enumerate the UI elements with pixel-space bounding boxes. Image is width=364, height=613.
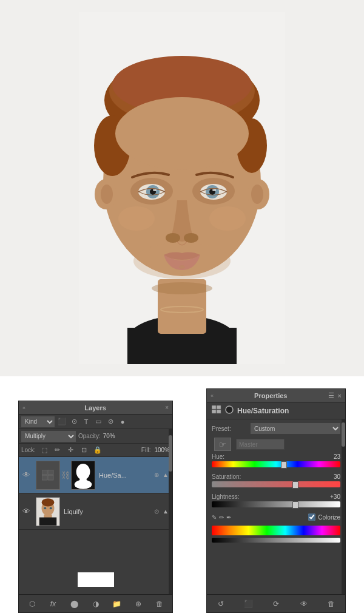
gray-gradient-strip <box>212 538 340 543</box>
svg-point-40 <box>75 479 92 489</box>
svg-point-38 <box>76 464 90 480</box>
eyedropper-subtract-icon[interactable]: ✏ <box>219 514 224 521</box>
delete-layer-icon[interactable]: 🗑 <box>155 599 164 609</box>
blend-mode-select[interactable]: Multiply <box>21 431 76 442</box>
hue-sat-grid-icon <box>212 405 221 416</box>
hue-slider-thumb[interactable] <box>281 461 287 469</box>
svg-point-15 <box>115 97 249 170</box>
prop-delete-icon[interactable]: 🗑 <box>326 599 336 609</box>
saturation-slider-container: Saturation: 30 <box>212 473 340 489</box>
layer-up-arrow: ▲ <box>163 508 169 515</box>
prop-visibility-icon[interactable]: 👁 <box>299 599 309 609</box>
properties-bottom-toolbar: ↺ ⬛ ⟳ 👁 🗑 <box>207 594 345 612</box>
shape-filter-icon[interactable]: ▭ <box>93 417 103 427</box>
properties-panel: « Properties ☰ × Hue/Sa <box>206 388 346 613</box>
prop-history-icon[interactable]: ⟳ <box>271 599 281 609</box>
colorize-checkbox[interactable] <box>308 513 315 521</box>
colorize-row: Colorize <box>308 513 340 521</box>
layer-visibility-hue[interactable]: 👁 <box>22 470 32 479</box>
svg-point-26 <box>166 233 180 243</box>
hue-slider-container: Hue: 23 <box>212 453 340 469</box>
layers-panel: « Layers × Kind ⬛ ⊙ T ▭ ⊘ ● Multiply Opa… <box>18 401 173 613</box>
color-spectrum-strip <box>212 526 340 535</box>
fx-icon[interactable]: fx <box>49 599 58 609</box>
layers-scrollbar[interactable] <box>169 429 172 594</box>
lightness-slider-track[interactable] <box>212 501 340 509</box>
layers-collapse-icon[interactable]: « <box>22 405 25 411</box>
svg-point-27 <box>184 233 198 243</box>
svg-point-25 <box>212 189 216 191</box>
lightness-slider-thumb[interactable] <box>292 501 298 509</box>
properties-menu-icon[interactable]: ☰ <box>328 391 334 399</box>
svg-rect-33 <box>42 470 47 475</box>
hue-sat-header-title: Hue/Saturation <box>237 407 289 415</box>
layer-smart-icon: ⊕ <box>154 472 159 478</box>
pixel-filter-icon[interactable]: ⬛ <box>57 417 67 427</box>
master-input[interactable] <box>236 439 285 450</box>
layer-thumb-grid <box>36 461 60 490</box>
fill-value: 100% <box>154 447 170 453</box>
prop-clip-icon[interactable]: ⬛ <box>243 599 253 609</box>
hue-value: 23 <box>334 453 340 460</box>
layer-new-placeholder <box>78 572 114 587</box>
svg-rect-36 <box>48 475 53 480</box>
preset-select[interactable]: Custom <box>251 423 340 434</box>
opacity-label: Opacity: <box>78 433 101 439</box>
lightness-label: Lightness: <box>212 493 240 500</box>
svg-rect-34 <box>48 470 53 475</box>
lock-paint-icon[interactable]: ✏ <box>53 445 62 455</box>
lock-transparent-icon[interactable]: ⬚ <box>39 445 49 455</box>
channel-row: ☞ <box>212 438 340 451</box>
layer-thumb-mask <box>71 461 95 490</box>
layer-visibility-liquify[interactable]: 👁 <box>22 507 32 516</box>
lightness-slider-container: Lightness: +30 <box>212 493 340 509</box>
saturation-slider-track[interactable] <box>212 481 340 489</box>
layers-blend-row: Multiply Opacity: 70% <box>19 429 172 444</box>
link-layers-icon[interactable]: ⬡ <box>27 599 37 609</box>
adjustment-filter-icon[interactable]: ⊙ <box>69 417 79 427</box>
svg-point-31 <box>209 206 246 231</box>
layers-close-icon[interactable]: × <box>165 404 169 411</box>
hue-label: Hue: <box>212 453 224 460</box>
add-mask-icon[interactable]: ⬤ <box>70 599 79 609</box>
hue-sat-circle-icon <box>225 405 234 416</box>
prop-reset-icon[interactable]: ↺ <box>216 599 226 609</box>
eyedropper-group: ✎ ✏ ✒ <box>212 514 231 521</box>
properties-collapse-icon[interactable]: « <box>211 393 214 399</box>
layer-thumb-photo <box>36 497 60 526</box>
lock-label: Lock: <box>21 447 36 453</box>
layers-lock-row: Lock: ⬚ ✏ ✛ ⊡ 🔒 Fill: 100% <box>19 444 172 457</box>
lock-artboard-icon[interactable]: ⊡ <box>79 445 89 455</box>
eyedropper-icon[interactable]: ✒ <box>226 514 231 521</box>
new-layer-icon[interactable]: ⊕ <box>133 599 143 609</box>
dot-filter-icon[interactable]: ● <box>118 417 127 427</box>
group-icon[interactable]: 📁 <box>112 599 122 609</box>
smart-filter-icon[interactable]: ⊘ <box>106 417 115 427</box>
svg-rect-35 <box>42 475 47 480</box>
layer-item-liquify[interactable]: 👁 <box>19 493 172 530</box>
properties-title: Properties <box>254 392 287 399</box>
lock-all-icon[interactable]: 🔒 <box>93 445 103 455</box>
svg-point-32 <box>152 282 212 294</box>
colorize-label: Colorize <box>318 514 340 521</box>
saturation-slider-thumb[interactable] <box>292 481 298 489</box>
svg-point-7 <box>101 185 113 204</box>
svg-rect-48 <box>212 405 216 409</box>
eyedropper-add-icon[interactable]: ✎ <box>212 514 217 521</box>
text-filter-icon[interactable]: T <box>81 417 91 427</box>
layer-item-hue-sat[interactable]: 👁 ⛓ <box>19 457 172 493</box>
svg-point-45 <box>42 498 55 506</box>
properties-scrollbar[interactable] <box>342 419 345 594</box>
layers-kind-select[interactable]: Kind <box>21 416 55 427</box>
layers-panel-titlebar: « Layers × <box>19 401 172 415</box>
layer-clock-icon: ⊙ <box>154 508 159 515</box>
svg-point-47 <box>50 507 52 509</box>
layers-kind-row: Kind ⬛ ⊙ T ▭ ⊘ ● <box>19 415 172 429</box>
adjustment-icon[interactable]: ◑ <box>91 599 101 609</box>
preset-row: Preset: Custom <box>212 423 340 434</box>
properties-close-icon[interactable]: × <box>338 392 342 399</box>
hand-tool-icon[interactable]: ☞ <box>214 438 231 451</box>
lock-move-icon[interactable]: ✛ <box>66 445 76 455</box>
hue-slider-track[interactable] <box>212 461 340 469</box>
svg-point-30 <box>118 206 155 231</box>
